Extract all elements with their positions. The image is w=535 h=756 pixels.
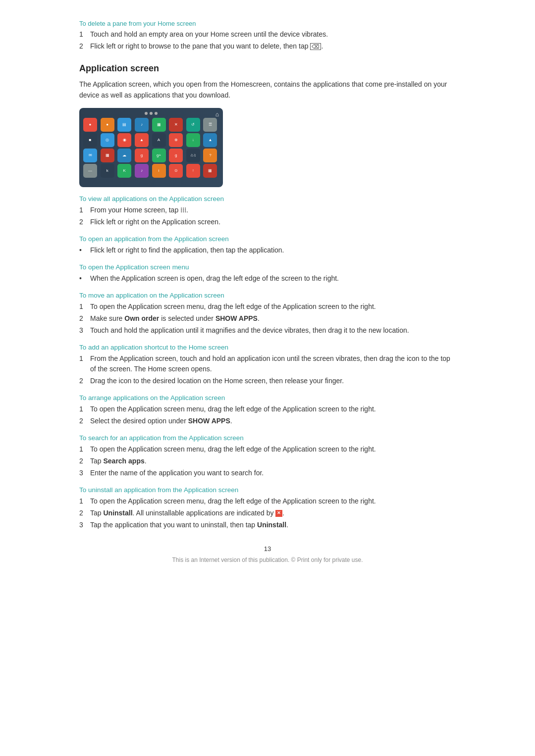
app-icon-20: g xyxy=(135,149,149,162)
device-screenshot: ⌂ ● ● ▤ ♪ ▦ ✕ ↺ ☰ ■ ◎ ◉ ▲ A xyxy=(79,108,223,187)
app-icon-14: ⊕ xyxy=(169,133,183,147)
subsection-search-app-title: To search for an application from the Ap… xyxy=(79,434,456,442)
view-all-steps: 1 From your Home screen, tap ⁞⁞⁞. 2 Flic… xyxy=(79,205,456,227)
search-app-step-1: 1 To open the Application screen menu, d… xyxy=(79,444,456,454)
subsection-add-shortcut: To add an application shortcut to the Ho… xyxy=(79,344,456,386)
subsection-move-app: To move an application on the Applicatio… xyxy=(79,292,456,336)
uninstall-app-step-1: 1 To open the Application screen menu, d… xyxy=(79,496,456,506)
app-icon-32: ▦ xyxy=(203,164,217,178)
app-icon-31: ↑ xyxy=(186,164,200,178)
app-icon-9: ■ xyxy=(83,133,97,147)
subsection-arrange-apps-title: To arrange applications on the Applicati… xyxy=(79,394,456,402)
uninstall-app-step-3: 3 Tap the application that you want to u… xyxy=(79,520,456,530)
subsection-add-shortcut-title: To add an application shortcut to the Ho… xyxy=(79,344,456,351)
delete-step-1: 1 Touch and hold an empty area on your H… xyxy=(79,29,456,40)
subsection-open-menu: To open the Application screen menu When… xyxy=(79,263,456,284)
subsection-arrange-apps: To arrange applications on the Applicati… xyxy=(79,394,456,426)
add-shortcut-step-2: 2 Drag the icon to the desired location … xyxy=(79,376,456,386)
search-app-step-2: 2 Tap Search apps. xyxy=(79,456,456,466)
application-screen-intro: The Application screen, which you open f… xyxy=(79,79,456,101)
home-icon: ⌂ xyxy=(215,111,219,118)
app-icon-6: ✕ xyxy=(169,118,183,132)
app-icon-21: g+ xyxy=(152,149,166,162)
app-icon-7: ↺ xyxy=(186,118,200,132)
open-app-step-1: Flick left or right to find the applicat… xyxy=(79,245,456,255)
footer-text: This is an Internet version of this publ… xyxy=(79,556,456,563)
open-app-steps: Flick left or right to find the applicat… xyxy=(79,245,456,255)
subsection-move-app-title: To move an application on the Applicatio… xyxy=(79,292,456,299)
move-app-step-1: 1 To open the Application screen menu, d… xyxy=(79,302,456,312)
app-icon-28: ♪ xyxy=(135,164,149,178)
app-icon-5: ▦ xyxy=(152,118,166,132)
subsection-uninstall-app: To uninstall an application from the App… xyxy=(79,486,456,530)
app-icon-13: A xyxy=(152,133,166,147)
app-icon-18: ▦ xyxy=(101,149,114,162)
status-bar xyxy=(83,112,219,115)
app-icon-25: — xyxy=(83,164,97,178)
app-icon-24: ? xyxy=(203,149,217,162)
delete-section-title: To delete a pane from your Home screen xyxy=(79,20,456,27)
uninstall-app-steps: 1 To open the Application screen menu, d… xyxy=(79,496,456,530)
uninstall-app-step-2: 2 Tap Uninstall. All uninstallable appli… xyxy=(79,508,456,518)
app-icon-29: i xyxy=(152,164,166,178)
app-icon-23: ♫♫ xyxy=(186,149,200,162)
delete-steps-list: 1 Touch and hold an empty area on your H… xyxy=(79,29,456,51)
uninstall-x-icon: ✕ xyxy=(275,510,282,517)
page-number: 13 xyxy=(79,545,456,553)
delete-section: To delete a pane from your Home screen 1… xyxy=(79,20,456,51)
app-grid: ● ● ▤ ♪ ▦ ✕ ↺ ☰ ■ ◎ ◉ ▲ A ⊕ ↓ ▲ ✉ ▦ ☁ xyxy=(83,118,219,178)
app-icon-17: ✉ xyxy=(83,149,97,162)
app-icon-19: ☁ xyxy=(117,149,131,162)
app-icon-15: ↓ xyxy=(186,133,200,147)
add-shortcut-steps: 1 From the Application screen, touch and… xyxy=(79,353,456,386)
app-icon-27: K xyxy=(117,164,131,178)
arrange-apps-steps: 1 To open the Application screen menu, d… xyxy=(79,404,456,426)
application-screen-heading: Application screen xyxy=(79,63,456,74)
view-all-step-2: 2 Flick left or right on the Application… xyxy=(79,217,456,227)
subsection-view-all: To view all applications on the Applicat… xyxy=(79,195,456,227)
move-app-step-2: 2 Make sure Own order is selected under … xyxy=(79,313,456,324)
app-icon-12: ▲ xyxy=(135,133,149,147)
open-menu-steps: When the Application screen is open, dra… xyxy=(79,273,456,284)
subsection-open-menu-title: To open the Application screen menu xyxy=(79,263,456,271)
application-screen-section: Application screen The Application scree… xyxy=(79,63,456,530)
move-app-steps: 1 To open the Application screen menu, d… xyxy=(79,302,456,336)
subsection-open-app: To open an application from the Applicat… xyxy=(79,235,456,255)
open-menu-step-1: When the Application screen is open, dra… xyxy=(79,273,456,284)
app-icon-4: ♪ xyxy=(135,118,149,132)
search-app-step-3: 3 Enter the name of the application you … xyxy=(79,468,456,478)
app-icon-22: g xyxy=(169,149,183,162)
app-icon-10: ◎ xyxy=(101,133,114,147)
subsection-search-app: To search for an application from the Ap… xyxy=(79,434,456,478)
view-all-step-1: 1 From your Home screen, tap ⁞⁞⁞. xyxy=(79,205,456,215)
subsection-view-all-title: To view all applications on the Applicat… xyxy=(79,195,456,202)
arrange-apps-step-1: 1 To open the Application screen menu, d… xyxy=(79,404,456,414)
app-icon-2: ● xyxy=(101,118,114,132)
app-icon-8: ☰ xyxy=(203,118,217,132)
subsection-open-app-title: To open an application from the Applicat… xyxy=(79,235,456,243)
add-shortcut-step-1: 1 From the Application screen, touch and… xyxy=(79,353,456,374)
search-app-steps: 1 To open the Application screen menu, d… xyxy=(79,444,456,478)
app-icon-30: ⊙ xyxy=(169,164,183,178)
app-icon-11: ◉ xyxy=(117,133,131,147)
subsection-uninstall-app-title: To uninstall an application from the App… xyxy=(79,486,456,494)
move-app-step-3: 3 Touch and hold the application until i… xyxy=(79,325,456,336)
app-icon-3: ▤ xyxy=(117,118,131,132)
app-icon-26: k xyxy=(101,164,114,178)
arrange-apps-step-2: 2 Select the desired option under SHOW A… xyxy=(79,416,456,426)
app-icon-1: ● xyxy=(83,118,97,132)
delete-step-2: 2 Flick left or right to browse to the p… xyxy=(79,41,456,51)
page-container: To delete a pane from your Home screen 1… xyxy=(79,20,456,563)
app-icon-16: ▲ xyxy=(203,133,217,147)
